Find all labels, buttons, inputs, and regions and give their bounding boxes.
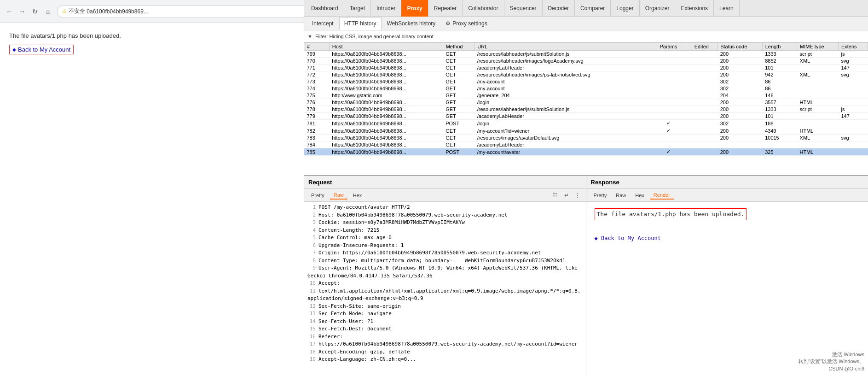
req-tab-raw[interactable]: Raw xyxy=(330,191,347,200)
cell-num: 779 xyxy=(304,113,330,120)
subtab-http-history[interactable]: HTTP history xyxy=(339,17,382,30)
tab-learn[interactable]: Learn xyxy=(714,0,740,17)
table-row[interactable]: 784 https://0a6100fb04bb949b8698... GET … xyxy=(304,141,868,148)
table-row[interactable]: 773 https://0a6100fb04bb949b8698... GET … xyxy=(304,78,868,85)
cell-mime: XML xyxy=(797,71,839,78)
tab-comparer[interactable]: Comparer xyxy=(575,0,611,17)
tab-sequencer[interactable]: Sequencer xyxy=(504,0,543,17)
home-button[interactable]: ⌂ xyxy=(42,6,53,17)
cell-ext xyxy=(838,85,868,92)
reload-button[interactable]: ↻ xyxy=(29,6,41,17)
res-tab-render[interactable]: Render xyxy=(650,191,674,200)
forward-button[interactable]: → xyxy=(17,6,28,17)
res-tab-raw[interactable]: Raw xyxy=(612,192,630,199)
cell-url: /resources/labheader/js/submitSolution.j… xyxy=(475,106,651,113)
table-row[interactable]: 776 https://0a6100fb04bb949b8698... GET … xyxy=(304,99,868,106)
cell-status: 200 xyxy=(718,135,762,141)
table-row[interactable]: 772 https://0a6100fb04bb949b8698... GET … xyxy=(304,71,868,78)
line-number: 13 xyxy=(307,310,316,318)
cell-status: 200 xyxy=(718,106,762,113)
cell-ext: js xyxy=(838,106,868,113)
req-tab-pretty[interactable]: Pretty xyxy=(307,192,328,199)
cell-params xyxy=(651,141,686,148)
line-number: 9 xyxy=(307,264,316,272)
cell-length: 942 xyxy=(762,71,797,78)
subtab-intercept[interactable]: Intercept xyxy=(307,17,338,30)
subtab-websockets-history[interactable]: WebSockets history xyxy=(382,17,440,30)
cell-edited xyxy=(686,135,718,141)
cell-host: http://www.gstatic.com xyxy=(329,92,443,99)
cell-ext: js xyxy=(838,51,868,58)
request-line: 16Referer: xyxy=(307,333,582,341)
cell-mime xyxy=(797,78,839,85)
table-row[interactable]: 774 https://0a6100fb04bb949b8698... GET … xyxy=(304,85,868,92)
cell-params xyxy=(651,65,686,71)
table-row[interactable]: 771 https://0a6100fb04bb949b8698... GET … xyxy=(304,65,868,71)
line-number: 18 xyxy=(307,348,316,356)
req-tab-hex[interactable]: Hex xyxy=(349,192,366,199)
cell-url: /generate_204 xyxy=(475,92,651,99)
request-line: 4Content-Length: 7215 xyxy=(307,227,582,235)
win-activate-line2: 转到"设置"以激活 Windows。 xyxy=(799,358,865,365)
table-row[interactable]: 770 https://0a6100fb04bb949b8698... GET … xyxy=(304,58,868,65)
line-number: 19 xyxy=(307,356,316,364)
table-row[interactable]: 775 http://www.gstatic.com GET /generate… xyxy=(304,92,868,99)
req-icon-menu[interactable]: ⋮ xyxy=(573,191,582,200)
col-header-params: Params xyxy=(651,43,686,51)
cell-params: ✓ xyxy=(651,127,686,135)
tab-proxy[interactable]: Proxy xyxy=(401,0,428,17)
request-line: 6Upgrade-Insecure-Requests: 1 xyxy=(307,242,582,250)
cell-params xyxy=(651,85,686,92)
burp-subtabs: Intercept HTTP history WebSockets histor… xyxy=(304,17,868,30)
table-row[interactable]: 779 https://0a6100fb04bb949b8698... GET … xyxy=(304,113,868,120)
table-row[interactable]: 778 https://0a6100fb04bb949b8698... GET … xyxy=(304,106,868,113)
req-icon-wrap[interactable]: ↵ xyxy=(562,191,571,200)
tab-intruder[interactable]: Intruder xyxy=(371,0,401,17)
tab-repeater[interactable]: Repeater xyxy=(428,0,463,17)
cell-url: /resources/labheader/images/logoAcademy.… xyxy=(475,58,651,65)
win-activate-line1: 激活 Windows xyxy=(799,351,865,358)
cell-status: 302 xyxy=(718,85,762,92)
table-row[interactable]: 783 https://0a6100fb04bb949b8698... GET … xyxy=(304,135,868,141)
cell-status: 200 xyxy=(718,65,762,71)
cell-edited xyxy=(686,148,718,156)
tab-decoder[interactable]: Decoder xyxy=(543,0,575,17)
table-row[interactable]: 782 https://0a6100fb04bb949b8698... GET … xyxy=(304,127,868,135)
tab-collaborator[interactable]: Collaborator xyxy=(463,0,504,17)
cell-length: 86 xyxy=(762,85,797,92)
tab-extensions[interactable]: Extensions xyxy=(675,0,714,17)
tab-organizer[interactable]: Organizer xyxy=(640,0,676,17)
tab-logger[interactable]: Logger xyxy=(611,0,639,17)
cell-num: 784 xyxy=(304,141,330,148)
table-row[interactable]: 785 https://0a6100fb04bb949b8698... POST… xyxy=(304,148,868,156)
subtab-proxy-settings[interactable]: ⚙ Proxy settings xyxy=(441,17,492,30)
tab-target[interactable]: Target xyxy=(344,0,371,17)
cell-params xyxy=(651,71,686,78)
http-history-table[interactable]: # Host Method URL Params Edited Status c… xyxy=(304,42,868,176)
back-button[interactable]: ← xyxy=(4,6,15,17)
filter-bar: ▼ Filter: Hiding CSS, image and general … xyxy=(304,30,868,42)
request-header: Request xyxy=(304,176,586,189)
request-line: 8Content-Type: multipart/form-data; boun… xyxy=(307,257,582,265)
cell-edited xyxy=(686,99,718,106)
response-back-link[interactable]: ◆ Back to My Account xyxy=(595,234,661,242)
cell-mime: script xyxy=(797,51,839,58)
table-row[interactable]: 769 https://0a6100fb04bb949b8698... GET … xyxy=(304,51,868,58)
cell-method: POST xyxy=(443,148,475,156)
res-tab-hex[interactable]: Hex xyxy=(631,192,648,199)
cell-method: GET xyxy=(443,78,475,85)
cell-status: 204 xyxy=(718,92,762,99)
cell-host: https://0a6100fb04bb949b8698... xyxy=(329,51,443,58)
line-number: 7 xyxy=(307,249,316,257)
request-panel: Request Pretty Raw Hex ☷ ↵ ⋮ 1POST /my-a… xyxy=(304,176,586,376)
cell-url: /resources/images/avatarDefault.svg xyxy=(475,135,651,141)
table-row[interactable]: 781 https://0a6100fb04bb949b8698... POST… xyxy=(304,120,868,127)
cell-length: 86 xyxy=(762,78,797,85)
back-to-account-link[interactable]: ◆ Back to My Account xyxy=(9,45,74,54)
response-panel-tabs: Pretty Raw Hex Render xyxy=(586,189,868,202)
req-icon-list[interactable]: ☷ xyxy=(551,191,560,200)
res-tab-pretty[interactable]: Pretty xyxy=(590,192,611,199)
col-header-ext: Extens xyxy=(838,43,868,51)
request-line: 7Origin: https://0a6100fb04bb949b8698f78… xyxy=(307,249,582,257)
tab-dashboard[interactable]: Dashboard xyxy=(306,0,344,17)
